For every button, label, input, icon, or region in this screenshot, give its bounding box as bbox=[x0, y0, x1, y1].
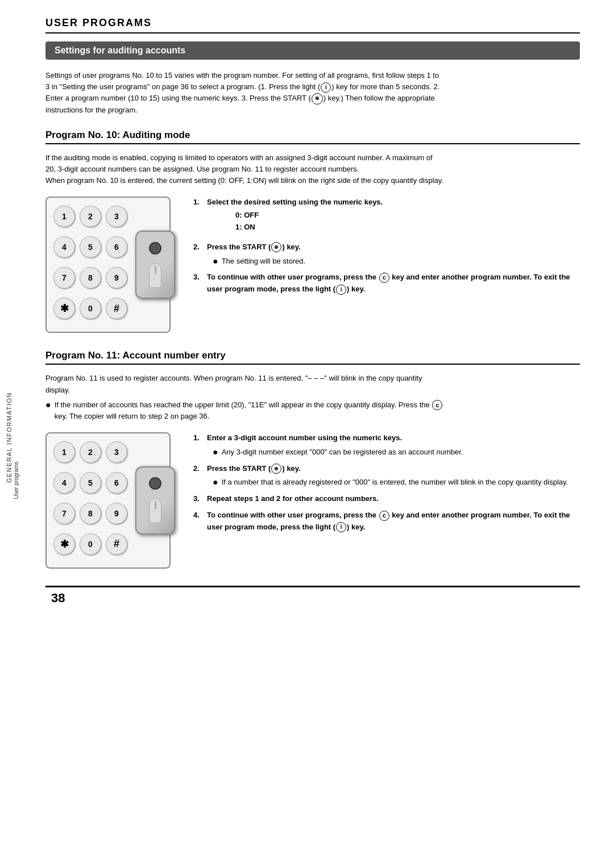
p11-step3-num: 3. bbox=[193, 493, 202, 505]
program10-step1: 1. Select the desired setting using the … bbox=[193, 197, 580, 236]
program10-step2: 2. Press the START (⊛) key. ● The settin… bbox=[193, 241, 580, 268]
dial1-hand-inner bbox=[155, 266, 156, 274]
step1-content: Select the desired setting using the num… bbox=[207, 197, 580, 236]
key2-7[interactable]: 7 bbox=[53, 503, 75, 524]
key2-3[interactable]: 3 bbox=[106, 441, 127, 463]
keypad2-with-dial: 1 2 3 4 5 6 7 8 9 bbox=[53, 441, 163, 560]
key2-6[interactable]: 6 bbox=[106, 472, 127, 494]
dial2-assembly bbox=[135, 466, 175, 535]
p11-step4-num: 4. bbox=[193, 510, 202, 521]
p11-step1-num: 1. bbox=[193, 432, 202, 444]
dial1-circle bbox=[149, 242, 161, 254]
key2-8[interactable]: 8 bbox=[80, 503, 101, 524]
p11-step2-bullet: ● If a number that is already registered… bbox=[213, 477, 580, 489]
program11-heading: Program No. 11: Account number entry bbox=[45, 350, 580, 365]
key-4[interactable]: 4 bbox=[53, 236, 75, 258]
program11-step3: 3. Repeat steps 1 and 2 for other accoun… bbox=[193, 493, 580, 505]
p11-step3-text: Repeat steps 1 and 2 for other account n… bbox=[207, 494, 379, 503]
keypad1: 1 2 3 4 5 6 7 8 9 bbox=[45, 197, 171, 333]
dial1-hand bbox=[149, 263, 161, 288]
banner: Settings for auditing accounts bbox=[45, 41, 580, 60]
keypad2-row2: 4 5 6 bbox=[53, 472, 127, 494]
step2-text: Press the START (⊛) key. bbox=[207, 243, 301, 251]
section-header: USER PROGRAMS bbox=[45, 17, 580, 34]
key2-9[interactable]: 9 bbox=[106, 503, 127, 524]
program11-bullet1-text: If the number of accounts has reached th… bbox=[55, 399, 443, 422]
keypad2-row3: 7 8 9 bbox=[53, 503, 127, 524]
light-icon-2: i bbox=[336, 285, 346, 295]
keypad2: 1 2 3 4 5 6 7 8 9 bbox=[45, 432, 171, 569]
key2-star[interactable]: ✱ bbox=[53, 533, 75, 555]
key2-4[interactable]: 4 bbox=[53, 472, 75, 494]
start-icon-2: ⊛ bbox=[271, 242, 281, 252]
program10-instructions: 1. Select the desired setting using the … bbox=[193, 197, 580, 300]
step3-text: To continue with other user programs, pr… bbox=[207, 273, 570, 293]
dial2-hand-inner bbox=[155, 501, 156, 509]
c-icon-3: c bbox=[379, 511, 389, 521]
key-0[interactable]: 0 bbox=[80, 298, 101, 319]
p11-step2-bullet-text: If a number that is already registered o… bbox=[222, 477, 568, 489]
key2-hash[interactable]: # bbox=[106, 533, 127, 555]
key-hash[interactable]: # bbox=[106, 298, 127, 319]
program10-step3: 3. To continue with other user programs,… bbox=[193, 272, 580, 295]
key2-0[interactable]: 0 bbox=[80, 533, 101, 555]
dial2-circle bbox=[149, 477, 161, 490]
keypad1-keys: 1 2 3 4 5 6 7 8 9 bbox=[53, 206, 127, 324]
step3-num: 3. bbox=[193, 272, 202, 283]
step1-text: Select the desired setting using the num… bbox=[207, 198, 383, 206]
step2-bullet-text: The setting will be stored. bbox=[222, 256, 305, 268]
p11-step4-text: To continue with other user programs, pr… bbox=[207, 511, 570, 531]
key2-2[interactable]: 2 bbox=[80, 441, 101, 463]
key-2[interactable]: 2 bbox=[80, 206, 101, 227]
program10-desc: If the auditing mode is enabled, copying… bbox=[45, 152, 443, 186]
bullet-dot-3: ● bbox=[213, 446, 218, 458]
p11-step3-content: Repeat steps 1 and 2 for other account n… bbox=[207, 493, 580, 505]
program11-step2: 2. Press the START (⊛) key. ● If a numbe… bbox=[193, 463, 580, 489]
intro-text: Settings of user programs No. 10 to 15 v… bbox=[45, 70, 443, 116]
p11-step1-text: Enter a 3-digit account number using the… bbox=[207, 433, 402, 442]
keypad1-row1: 1 2 3 bbox=[53, 206, 127, 227]
key-star[interactable]: ✱ bbox=[53, 298, 75, 319]
keypad1-row2: 4 5 6 bbox=[53, 236, 127, 258]
step2-content: Press the START (⊛) key. ● The setting w… bbox=[207, 241, 580, 268]
c-icon-2: c bbox=[432, 400, 442, 410]
side-label-main: GENERAL INFORMATION bbox=[6, 392, 13, 483]
p11-step1-content: Enter a 3-digit account number using the… bbox=[207, 432, 580, 458]
program11-desc: Program No. 11 is used to register accou… bbox=[45, 373, 443, 422]
setting-off: 0: OFF bbox=[235, 210, 580, 222]
key-1[interactable]: 1 bbox=[53, 206, 75, 227]
page-number: 38 bbox=[51, 591, 65, 606]
light-icon-3: i bbox=[336, 522, 346, 532]
p11-step1-bullet: ● Any 3-digit number except "000" can be… bbox=[213, 446, 580, 458]
setting-on: 1: ON bbox=[235, 222, 580, 233]
step2-num: 2. bbox=[193, 241, 202, 253]
p11-step2-text: Press the START (⊛) key. bbox=[207, 464, 301, 473]
start-icon: ⊛ bbox=[312, 93, 323, 105]
dial1-assembly bbox=[135, 231, 175, 299]
bullet-dot-4: ● bbox=[213, 477, 218, 489]
step2-bullet: ● The setting will be stored. bbox=[213, 256, 580, 268]
program11-step1: 1. Enter a 3-digit account number using … bbox=[193, 432, 580, 458]
start-icon-3: ⊛ bbox=[271, 464, 281, 474]
key2-1[interactable]: 1 bbox=[53, 441, 75, 463]
key-5[interactable]: 5 bbox=[80, 236, 101, 258]
keypad2-keys: 1 2 3 4 5 6 7 8 9 bbox=[53, 441, 127, 560]
key-9[interactable]: 9 bbox=[106, 267, 127, 289]
keypad2-row4: ✱ 0 # bbox=[53, 533, 127, 555]
keypad1-container: 1 2 3 4 5 6 7 8 9 bbox=[45, 197, 176, 333]
program10-heading: Program No. 10: Auditing mode bbox=[45, 130, 580, 144]
program10-layout: 1 2 3 4 5 6 7 8 9 bbox=[45, 197, 580, 333]
light-icon: i bbox=[321, 82, 331, 93]
keypad1-row4: ✱ 0 # bbox=[53, 298, 127, 319]
p11-step2-content: Press the START (⊛) key. ● If a number t… bbox=[207, 463, 580, 489]
c-icon-1: c bbox=[379, 273, 389, 283]
key-7[interactable]: 7 bbox=[53, 267, 75, 289]
step3-content: To continue with other user programs, pr… bbox=[207, 272, 580, 295]
key-6[interactable]: 6 bbox=[106, 236, 127, 258]
p11-step4-content: To continue with other user programs, pr… bbox=[207, 510, 580, 533]
key-3[interactable]: 3 bbox=[106, 206, 127, 227]
page-number-bar: 38 bbox=[45, 586, 580, 606]
key-8[interactable]: 8 bbox=[80, 267, 101, 289]
key2-5[interactable]: 5 bbox=[80, 472, 101, 494]
program11-layout: 1 2 3 4 5 6 7 8 9 bbox=[45, 432, 580, 569]
